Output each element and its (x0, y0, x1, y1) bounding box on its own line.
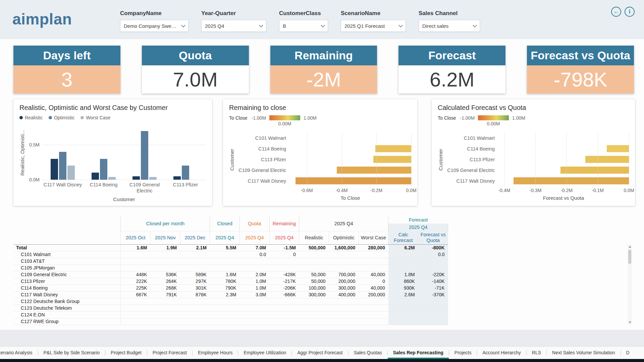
bar-c117-walt-disney[interactable] (296, 177, 411, 184)
filter-dropdown-sales-channel[interactable]: Direct sales (419, 20, 480, 32)
scrollbar-thumb[interactable] (628, 250, 631, 264)
category-label: C101 Walmart (444, 133, 498, 143)
cell (269, 298, 299, 305)
cell (359, 318, 388, 325)
bar-c114-boeing[interactable] (607, 145, 629, 152)
cell (388, 311, 418, 318)
tab-sales-quotas[interactable]: Sales Quotas (348, 347, 387, 359)
tab-sales-rep-forecasting[interactable]: Sales Rep Forecasting (388, 347, 449, 359)
cell: 297K (180, 278, 210, 285)
column-header-worst-case: Worst Case (359, 231, 388, 244)
scroll-down-button[interactable] (628, 320, 632, 325)
bar-optimistic[interactable] (141, 131, 148, 180)
bar-c117-walt-disney[interactable] (514, 177, 629, 184)
bar-realistic[interactable] (173, 176, 181, 180)
scrollbar-track[interactable] (628, 249, 632, 320)
tab-d[interactable]: D (621, 347, 635, 359)
canvas-margin (0, 330, 644, 346)
tab-p-l-side-by-side-scenario[interactable]: P&L Side by Side Scenario (38, 347, 105, 359)
table-row-c117-walt-disney[interactable]: C117 Walt Disney667K791K876K2.3M3.0M-666… (13, 291, 448, 298)
bar-c113-pfizer[interactable] (373, 156, 411, 163)
cell: 791K (150, 291, 180, 298)
kpi-value: 6.2M (398, 65, 505, 94)
category-label: C109 General Electric (236, 165, 289, 176)
table-vertical-scrollbar[interactable] (628, 244, 632, 325)
cell (180, 264, 210, 271)
cell (121, 264, 151, 271)
cell (121, 298, 151, 305)
bar-optimistic[interactable] (182, 166, 189, 180)
kpi-card-row: Days left3Quota7.0MRemaining-2MForecast6… (13, 46, 634, 94)
bar-worst-case[interactable] (108, 177, 116, 180)
filter-label: Sales Channel (419, 10, 480, 17)
bar-realistic[interactable] (92, 173, 99, 180)
tab-employee-utilization[interactable]: Employee Utilization (238, 347, 291, 359)
table-row-c105-jpmorgan[interactable]: C105 JPMorgan (13, 264, 448, 271)
cell (388, 298, 418, 305)
tab-rls[interactable]: RLS (527, 347, 546, 359)
cell (180, 251, 210, 258)
legend-dot (19, 116, 23, 119)
bar-plot (42, 126, 206, 180)
tab-employee-hours[interactable]: Employee Hours (193, 347, 238, 359)
chevron-down-icon (321, 23, 325, 27)
back-icon[interactable]: ← (611, 7, 621, 17)
cell (418, 311, 448, 318)
bar-c113-pfizer[interactable] (585, 156, 629, 163)
table-row-c123-deutsche-telekom[interactable]: C123 Deutsche Telekom (13, 305, 448, 311)
table-row-c127-rwe-group[interactable]: C127 RWE Group (13, 318, 448, 325)
table-row-c114-boeing[interactable]: C114 Boeing225K268K301K790K1.0M-206K100,… (13, 285, 448, 291)
cell: -370K (418, 291, 448, 298)
forecast-matrix-table: Closed per monthClosedQuotaRemaining2025… (13, 216, 634, 330)
table-row-total[interactable]: Total1.6M1.9M2.1M5.5M7.0M-1.5M500,0001,6… (13, 244, 448, 251)
cell: -1.5M (269, 244, 299, 251)
bar-c109-general-electric[interactable] (337, 167, 411, 174)
chevron-down-icon (181, 23, 185, 27)
bar-c109-general-electric[interactable] (560, 167, 629, 174)
cell (418, 298, 448, 305)
tab-project-forecast[interactable]: Project Forecast (147, 347, 192, 359)
legend-item-worst-case: Worst Case (80, 115, 110, 120)
tab-aggr-project-forecast[interactable]: Aggr Project Forecast (292, 347, 348, 359)
scroll-up-button[interactable] (628, 244, 632, 249)
bar-worst-case[interactable] (67, 166, 75, 180)
bar-c114-boeing[interactable] (375, 145, 411, 152)
bar-plot (498, 133, 629, 186)
bar-worst-case[interactable] (149, 177, 157, 180)
bar-optimistic[interactable] (59, 152, 66, 180)
tab-scenario-analysis[interactable]: Scenario Analysis (0, 347, 38, 359)
tab-account-hierarchy[interactable]: Account Hierarchy (477, 347, 526, 359)
table-row-c101-walmart[interactable]: C101 Walmart0.000.0 (13, 251, 448, 258)
info-icon[interactable]: i (625, 7, 635, 17)
filter-dropdown-companyname[interactable]: Demo Company Sweden ... (120, 20, 189, 32)
table-row-c124-e-on[interactable]: C124 E.ON (13, 311, 448, 318)
bar-realistic[interactable] (51, 159, 58, 180)
table-row-c113-pfizer[interactable]: C113 Pfizer222K264K297K780K1.0M-217K50,0… (13, 278, 448, 285)
bar-optimistic[interactable] (100, 159, 107, 180)
cell: 0.0 (239, 251, 269, 258)
tab-projects[interactable]: Projects (449, 347, 477, 359)
filter-dropdown-year-quarter[interactable]: 2025 Q4 (201, 20, 266, 32)
tab-next-sales-volume-simulation[interactable]: Next Sales Volume Simulation (547, 347, 621, 359)
filter-dropdown-customerclass[interactable]: B (279, 20, 328, 32)
cell (299, 311, 329, 318)
header-icons: ← i (611, 7, 635, 17)
cell (329, 251, 359, 258)
cell: 0 (269, 251, 299, 258)
cell (299, 264, 329, 271)
cell: -220K (418, 271, 448, 278)
legend-item-optimistic: Optimistic (49, 115, 74, 120)
tick-label: -0.2M (560, 188, 573, 193)
x-axis-labels: -0.6M-0.4M-0.2M0.0M (289, 186, 411, 194)
filter-dropdown-scenarioname[interactable]: 2025 Q1 Forecast (341, 20, 406, 32)
category-label: C109 General Electric (124, 182, 165, 194)
tab-project-budget[interactable]: Project Budget (105, 347, 147, 359)
x-axis-title: To Close (289, 195, 411, 201)
table-row-c109-general-electric[interactable]: C109 General Electric448K536K589K1.6M2.0… (13, 271, 448, 278)
table-row-c103-at-t[interactable]: C103 AT&T (13, 258, 448, 264)
cell: 40,000 (359, 271, 388, 278)
table-row-c122-deutsche-bank-group[interactable]: C122 Deutsche Bank Group (13, 298, 448, 305)
cell: 225K (121, 285, 151, 291)
bar-realistic[interactable] (132, 176, 140, 180)
kpi-title: Forecast vs Quota (527, 46, 634, 65)
